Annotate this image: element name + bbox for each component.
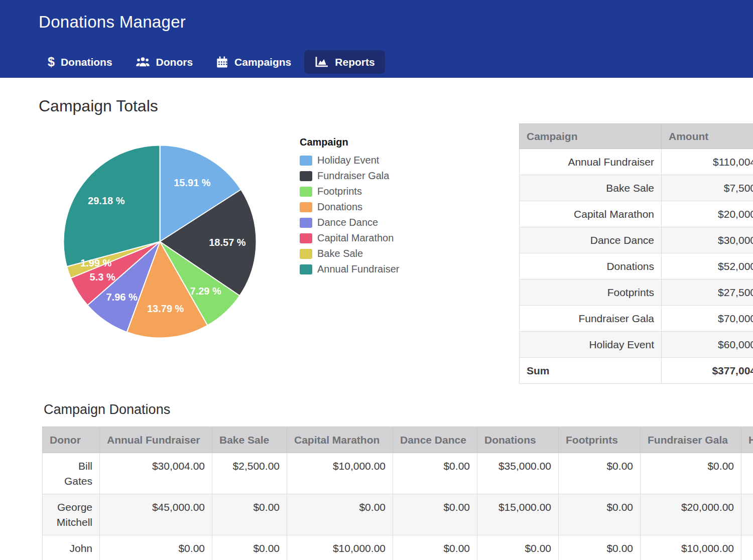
nav-tab-reports[interactable]: Reports [304, 50, 385, 74]
donation-amount-cell: $10,000.00 [287, 453, 393, 494]
legend-label: Annual Fundraiser [317, 263, 399, 275]
legend-swatch-icon [300, 171, 312, 181]
totals-amount-cell: $60,000 [662, 332, 753, 358]
legend-swatch-icon [300, 264, 312, 274]
legend-swatch-icon [300, 156, 312, 166]
dollar-icon: $ [48, 55, 55, 69]
donations-row: Bill Gates$30,004.00$2,500.00$10,000.00$… [43, 453, 753, 494]
main-nav: $ Donations Donors [38, 50, 385, 74]
donation-amount-cell: $0.00 [100, 535, 212, 560]
pie-slice-percent-label: 15.91 % [174, 177, 211, 188]
donation-amount-cell: $0.00 [212, 494, 287, 535]
donation-amount-cell: $0.00 [641, 453, 741, 494]
donation-amount-cell: $0.00 [393, 494, 477, 535]
legend-item: Bake Sale [300, 246, 399, 261]
app-header: Donations Manager $ Donations Do [0, 0, 753, 78]
donations-header-row: DonorAnnual FundraiserBake SaleCapital M… [43, 427, 753, 453]
app-title: Donations Manager [39, 13, 186, 32]
legend-swatch-icon [300, 218, 312, 228]
pie-legend: Campaign Holiday EventFundraiser GalaFoo… [300, 136, 399, 277]
donation-amount-cell: $0.00 [212, 535, 287, 560]
donation-amount-cell: $20,000.00 [641, 494, 741, 535]
totals-campaign-cell: Annual Fundraiser [520, 149, 662, 175]
totals-sum-amount: $377,004 [662, 358, 753, 384]
totals-col-campaign: Campaign [520, 124, 662, 149]
totals-row: Donations$52,000 [520, 253, 753, 279]
legend-label: Capital Marathon [317, 232, 394, 244]
donation-amount-cell [741, 453, 753, 494]
totals-amount-cell: $7,500 [662, 175, 753, 201]
totals-campaign-cell: Dance Dance [520, 227, 662, 253]
pie-legend-items: Holiday EventFundraiser GalaFootprintsDo… [300, 153, 399, 277]
pie-slice-percent-label: 29.18 % [88, 195, 125, 206]
donation-amount-cell: $0.00 [477, 535, 559, 560]
nav-tab-campaigns[interactable]: Campaigns [206, 50, 301, 74]
totals-campaign-cell: Footprints [520, 279, 662, 306]
donation-amount-cell: $0.00 [559, 453, 641, 494]
legend-swatch-icon [300, 202, 312, 212]
totals-amount-cell: $20,000 [662, 201, 753, 227]
legend-label: Fundraiser Gala [317, 170, 389, 182]
legend-item: Donations [300, 199, 399, 215]
nav-tab-label: Campaigns [234, 56, 291, 68]
legend-item: Fundraiser Gala [300, 168, 399, 184]
donations-col-bake-sale: Bake Sale [212, 427, 287, 453]
nav-tab-donations[interactable]: $ Donations [38, 50, 122, 74]
donations-row: George Mitchell$45,000.00$0.00$0.00$0.00… [43, 494, 753, 535]
donor-cell: John [43, 535, 100, 560]
totals-sum-row: Sum$377,004 [520, 358, 753, 384]
legend-item: Annual Fundraiser [300, 261, 399, 277]
totals-amount-cell: $27,500 [662, 279, 753, 306]
donation-amount-cell: $0.00 [393, 535, 477, 560]
totals-sum-label: Sum [520, 358, 662, 384]
totals-campaign-cell: Bake Sale [520, 175, 662, 201]
donation-amount-cell: $30,004.00 [100, 453, 212, 494]
legend-label: Donations [317, 201, 362, 213]
totals-row: Fundraiser Gala$70,000 [520, 306, 753, 332]
totals-amount-cell: $110,004 [662, 149, 753, 175]
donation-amount-cell: $0.00 [559, 535, 641, 560]
totals-table-body: Annual Fundraiser$110,004Bake Sale$7,500… [520, 149, 753, 384]
campaign-donations-heading: Campaign Donations [44, 402, 170, 417]
donations-col-footprints: Footprints [559, 427, 641, 453]
donation-amount-cell: $10,000.00 [287, 535, 393, 560]
legend-item: Dance Dance [300, 215, 399, 230]
totals-campaign-cell: Fundraiser Gala [520, 306, 662, 332]
pie-legend-title: Campaign [300, 136, 399, 150]
legend-swatch-icon [300, 233, 312, 243]
totals-row: Capital Marathon$20,000 [520, 201, 753, 227]
donation-amount-cell [741, 535, 753, 560]
totals-campaign-cell: Donations [520, 253, 662, 279]
donations-row: John$0.00$0.00$10,000.00$0.00$0.00$0.00$… [43, 535, 753, 560]
totals-row: Footprints$27,500 [520, 279, 753, 306]
donation-amount-cell: $0.00 [287, 494, 393, 535]
donation-amount-cell: $10,000.00 [641, 535, 741, 560]
totals-row: Bake Sale$7,500 [520, 175, 753, 201]
donations-col-donations: Donations [477, 427, 559, 453]
totals-amount-cell: $70,000 [662, 306, 753, 332]
legend-item: Footprints [300, 184, 399, 199]
totals-row: Dance Dance$30,000 [520, 227, 753, 253]
totals-col-amount: Amount [662, 124, 753, 149]
pie-slice-percent-label: 7.96 % [106, 292, 137, 303]
nav-tab-donors[interactable]: Donors [126, 50, 203, 74]
totals-campaign-cell: Capital Marathon [520, 201, 662, 227]
totals-campaign-cell: Holiday Event [520, 332, 662, 358]
pie-slice-percent-label: 13.79 % [147, 303, 184, 314]
legend-label: Dance Dance [317, 217, 378, 228]
donations-col-annual-fundraiser: Annual Fundraiser [100, 427, 212, 453]
campaign-totals-heading: Campaign Totals [39, 97, 158, 115]
pie-slice-percent-label: 18.57 % [209, 237, 246, 248]
legend-label: Holiday Event [317, 155, 379, 166]
pie-chart: 15.91 %18.57 %7.29 %13.79 %7.96 %5.3 %1.… [63, 145, 257, 339]
legend-swatch-icon [300, 249, 312, 259]
donation-amount-cell: $45,000.00 [100, 494, 212, 535]
nav-tab-label: Donations [61, 56, 112, 68]
donations-col-holiday-event: Holiday Event [741, 427, 753, 453]
legend-item: Capital Marathon [300, 230, 399, 246]
donor-cell: George Mitchell [43, 494, 100, 535]
donation-amount-cell: $2,500.00 [212, 453, 287, 494]
legend-item: Holiday Event [300, 153, 399, 168]
nav-tab-label: Reports [335, 56, 374, 68]
donor-cell: Bill Gates [43, 453, 100, 494]
